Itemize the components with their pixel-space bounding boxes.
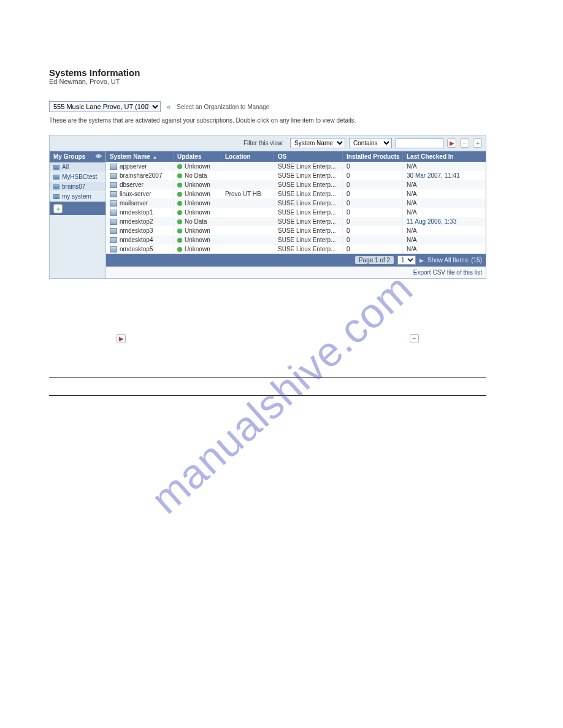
system-name-text: nmdesktop4 [120, 237, 153, 243]
table-row[interactable]: mailserverUnknownSUSE Linux Enterp...0N/… [106, 199, 486, 208]
system-name-text: linux-server [120, 191, 151, 197]
play-icon[interactable]: ▶ [117, 334, 126, 343]
system-icon [110, 164, 117, 170]
table-row[interactable]: nmdesktop2No DataSUSE Linux Enterp...011… [106, 217, 486, 226]
table-row[interactable]: brainshare2007No DataSUSE Linux Enterp..… [106, 171, 486, 180]
status-dot-icon [177, 247, 182, 252]
sidebar-item[interactable]: brains07 [50, 182, 105, 192]
cell-system-name: brainshare2007 [106, 171, 174, 180]
page-subtitle: Ed Newman, Provo, UT [49, 78, 486, 85]
cell-updates: Unknown [174, 189, 221, 199]
add-group-button[interactable]: ＋ [53, 204, 63, 213]
cell-updates: Unknown [174, 226, 221, 235]
cell-os: SUSE Linux Enterp... [274, 235, 343, 245]
filter-op-select[interactable]: Contains [349, 138, 392, 148]
cell-last-checked: N/A [403, 199, 486, 208]
show-all-link[interactable]: Show All Items: (15) [427, 257, 482, 264]
table-row[interactable]: nmdesktop4UnknownSUSE Linux Enterp...0N/… [106, 235, 486, 245]
cell-last-checked: N/A [403, 208, 486, 217]
next-page-button[interactable]: ▶ [419, 257, 424, 264]
col-location[interactable]: Location [221, 151, 274, 162]
col-os[interactable]: OS [274, 151, 343, 162]
system-name-text: nmdesktop2 [120, 218, 153, 225]
status-dot-icon [177, 229, 182, 233]
add-filter-button[interactable]: ＋ [473, 138, 482, 148]
cell-installed-products: 0 [343, 189, 403, 199]
cell-os: SUSE Linux Enterp... [274, 226, 343, 235]
cell-system-name: nmdesktop5 [106, 245, 174, 254]
sidebar-item[interactable]: MyHSBCtest [50, 172, 105, 182]
cell-installed-products: 0 [343, 180, 403, 189]
table-row[interactable]: nmdesktop5UnknownSUSE Linux Enterp...0N/… [106, 245, 486, 254]
cell-last-checked: 30 Mar 2007, 11:41 [403, 171, 486, 180]
updates-text: Unknown [185, 227, 210, 234]
filter-field-select[interactable]: System Name [290, 138, 345, 148]
cell-updates: Unknown [174, 245, 221, 254]
cell-installed-products: 0 [343, 245, 403, 254]
divider [49, 377, 486, 378]
remove-filter-button[interactable]: − [460, 138, 469, 148]
table-row[interactable]: dbserverUnknownSUSE Linux Enterp...0N/A [106, 180, 486, 189]
cell-installed-products: 0 [343, 226, 403, 235]
col-last-checked[interactable]: Last Checked In [403, 151, 486, 162]
apply-filter-button[interactable]: ▶ [447, 138, 456, 148]
filter-value-input[interactable] [396, 138, 443, 148]
cell-os: SUSE Linux Enterp... [274, 171, 343, 180]
system-icon [110, 228, 117, 234]
cell-installed-products: 0 [343, 171, 403, 180]
system-name-text: dbserver [120, 181, 144, 188]
cell-os: SUSE Linux Enterp... [274, 180, 343, 189]
cell-last-checked: N/A [403, 245, 486, 254]
cell-installed-products: 0 [343, 217, 403, 226]
page-select[interactable]: 1 [397, 256, 416, 265]
table-row[interactable]: nmdesktop3UnknownSUSE Linux Enterp...0N/… [106, 226, 486, 235]
divider [49, 395, 486, 396]
cell-updates: Unknown [174, 235, 221, 245]
cell-installed-products: 0 [343, 235, 403, 245]
updates-text: Unknown [185, 163, 210, 170]
col-installed-products[interactable]: Installed Products [343, 151, 403, 162]
cell-location [221, 165, 274, 168]
cell-system-name: nmdesktop1 [106, 208, 174, 217]
minus-icon[interactable]: − [410, 334, 419, 343]
col-updates[interactable]: Updates [174, 151, 221, 162]
groups-sidebar: My Groups 👁 AllMyHSBCtestbrains07my syst… [50, 151, 106, 278]
system-icon [110, 219, 117, 225]
cell-updates: Unknown [174, 208, 221, 217]
cell-installed-products: 0 [343, 162, 403, 171]
sidebar-item-label: my system [62, 193, 91, 200]
cell-system-name: nmdesktop3 [106, 226, 174, 235]
sidebar-item[interactable]: my system [50, 192, 105, 202]
cell-last-checked: N/A [403, 189, 486, 199]
sidebar-item-label: MyHSBCtest [62, 173, 97, 180]
system-icon [110, 173, 117, 179]
cell-last-checked: N/A [403, 162, 486, 171]
status-dot-icon [177, 164, 182, 169]
cell-system-name: mailserver [106, 199, 174, 208]
cell-installed-products: 0 [343, 208, 403, 217]
updates-text: Unknown [185, 181, 210, 188]
updates-text: Unknown [185, 200, 210, 207]
updates-text: Unknown [185, 209, 210, 216]
org-select[interactable]: 555 Music Lane Provo, UT (100) [49, 101, 161, 112]
table-row[interactable]: linux-serverUnknownProvo UT HBSUSE Linux… [106, 189, 486, 199]
cell-updates: Unknown [174, 199, 221, 208]
sidebar-item[interactable]: All [50, 162, 105, 172]
eye-icon[interactable]: 👁 [96, 153, 102, 160]
cell-os: SUSE Linux Enterp... [274, 245, 343, 254]
system-name-text: nmdesktop5 [120, 246, 153, 252]
group-icon [53, 194, 59, 199]
cell-location [221, 248, 274, 251]
export-csv-link[interactable]: Export CSV file of this list [413, 269, 482, 276]
sidebar-item-label: brains07 [62, 183, 85, 190]
cell-last-checked: 11 Aug 2006, 1:33 [403, 217, 486, 226]
table-row[interactable]: nmdesktop1UnknownSUSE Linux Enterp...0N/… [106, 208, 486, 217]
updates-text: Unknown [185, 237, 210, 243]
status-dot-icon [177, 173, 182, 178]
cell-system-name: linux-server [106, 189, 174, 199]
cell-updates: Unknown [174, 180, 221, 189]
col-system-name[interactable]: System Name [106, 151, 174, 162]
status-dot-icon [177, 238, 182, 243]
table-row[interactable]: appserverUnknownSUSE Linux Enterp...0N/A [106, 162, 486, 171]
cell-last-checked: N/A [403, 226, 486, 235]
